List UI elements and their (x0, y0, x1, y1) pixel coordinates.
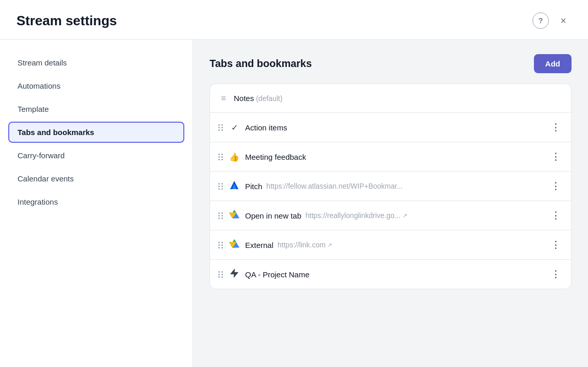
drag-handle-icon[interactable] (218, 271, 223, 278)
drag-handle-icon[interactable] (218, 124, 223, 131)
sidebar: Stream details Automations Template Tabs… (0, 40, 193, 367)
close-button[interactable]: × (555, 12, 572, 29)
main-header: Tabs and bookmarks Add (210, 54, 572, 73)
list-item: QA - Project Name ⋮ (210, 260, 571, 289)
drag-handle-icon[interactable] (218, 212, 223, 219)
sidebar-item-tabs-and-bookmarks[interactable]: Tabs and bookmarks (8, 122, 184, 143)
more-options-button[interactable]: ⋮ (548, 238, 563, 252)
more-options-button[interactable]: ⋮ (548, 208, 563, 223)
more-options-button[interactable]: ⋮ (548, 179, 563, 193)
header-actions: ? × (532, 12, 572, 29)
page-title: Stream settings (16, 13, 117, 29)
drag-handle-icon[interactable] (218, 242, 223, 248)
menu-lines-icon: ≡ (218, 94, 229, 103)
more-options-button[interactable]: ⋮ (548, 149, 563, 164)
more-options-button[interactable]: ⋮ (548, 120, 563, 135)
lightning-icon (229, 268, 240, 280)
sidebar-item-stream-details[interactable]: Stream details (8, 52, 184, 73)
stream-settings-dialog: Stream settings ? × Stream details Autom… (0, 0, 588, 367)
list-item: External https://link.com ↗ ⋮ (210, 230, 571, 260)
thumbs-up-icon: 👍 (229, 152, 240, 162)
gdrive-icon (229, 239, 240, 251)
sidebar-item-automations[interactable]: Automations (8, 75, 184, 96)
list-item: ≡ Notes (default) (210, 84, 571, 113)
list-item: Open in new tab https://reallylonglinkdr… (210, 201, 571, 230)
tabs-bookmarks-list: ≡ Notes (default) ✓ (210, 84, 572, 289)
drag-handle-icon[interactable] (218, 183, 223, 190)
external-link-icon: ↗ (327, 242, 332, 248)
sidebar-item-integrations[interactable]: Integrations (8, 191, 184, 212)
main-content: Tabs and bookmarks Add ≡ Notes (default) (193, 40, 588, 367)
dialog-body: Stream details Automations Template Tabs… (0, 40, 588, 367)
atlassian-icon (229, 180, 240, 192)
checkmark-icon: ✓ (229, 123, 240, 132)
external-link-icon: ↗ (403, 212, 407, 219)
sidebar-item-calendar-events[interactable]: Calendar events (8, 168, 184, 189)
add-button[interactable]: Add (534, 54, 572, 73)
list-item: 👍 Meeting feedback ⋮ (210, 142, 571, 172)
list-item: Pitch https://fellow.atlassian.net/WIP+B… (210, 172, 571, 201)
main-title: Tabs and bookmarks (210, 58, 312, 70)
sidebar-item-template[interactable]: Template (8, 98, 184, 120)
more-options-button[interactable]: ⋮ (548, 267, 563, 281)
dialog-header: Stream settings ? × (0, 0, 588, 40)
help-button[interactable]: ? (532, 12, 549, 29)
drag-handle-icon[interactable] (218, 154, 223, 160)
list-item: ✓ Action items ⋮ (210, 113, 571, 142)
gdrive-icon (229, 210, 240, 221)
sidebar-item-carry-forward[interactable]: Carry-forward (8, 145, 184, 166)
